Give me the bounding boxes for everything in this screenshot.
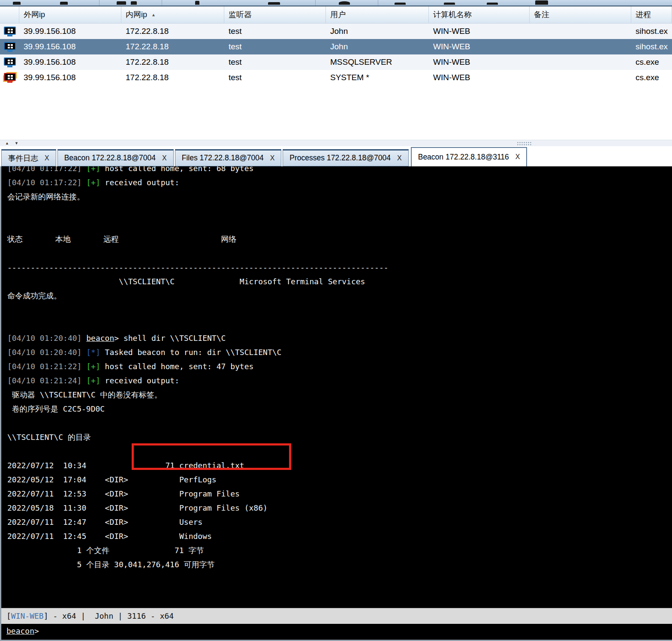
column-header-icon[interactable] <box>0 6 19 23</box>
console-text-segment: [+] <box>86 376 100 385</box>
console-text-segment: 卷的序列号是 C2C5-9D0C <box>7 404 105 413</box>
session-row[interactable]: 39.99.156.108172.22.8.18testJohnWIN-WEBs… <box>0 24 672 39</box>
toolbar-icon-fragment[interactable] <box>395 3 406 5</box>
console-text-segment: beacon <box>86 334 114 343</box>
cell-note <box>530 39 631 54</box>
tab-close-icon[interactable]: X <box>162 154 167 162</box>
console-text-segment: 2022/05/18 11:30 <DIR> Program Files (x8… <box>7 503 268 512</box>
column-header-listener[interactable]: 监听器 <box>224 6 326 23</box>
console-text-segment: ----------------------------------------… <box>7 263 389 272</box>
column-label: 监听器 <box>229 10 252 19</box>
table-header: 外网ip内网ip▲监听器用户计算机名称备注进程 <box>0 6 672 24</box>
tab--[interactable]: 事件日志X <box>1 149 56 166</box>
cell-listener: test <box>224 24 326 39</box>
column-header-user[interactable]: 用户 <box>326 6 429 23</box>
column-header-computer[interactable]: 计算机名称 <box>429 6 530 23</box>
console-text-segment: Tasked beacon to run: dir \\TSCLIENT\C <box>100 348 282 357</box>
tab-close-icon[interactable]: X <box>397 154 402 162</box>
beacon-prompt[interactable]: beacon> <box>1 624 672 640</box>
column-label: 计算机名称 <box>433 10 472 19</box>
console-text-segment: 驱动器 \\TSCLIENT\C 中的卷没有标签。 <box>7 390 162 399</box>
toolbar-separator <box>99 0 99 6</box>
splitter-down-icon[interactable]: ▼ <box>15 141 18 145</box>
console-text-segment: 状态 本地 远程 网络 <box>7 235 236 244</box>
column-label: 进程 <box>636 10 651 19</box>
console-line: 会记录新的网络连接。 <box>7 190 672 204</box>
toolbar-icon-fragment[interactable] <box>339 1 350 5</box>
cell-note <box>530 70 631 85</box>
toolbar-icon-fragment[interactable] <box>195 1 199 5</box>
console-text-segment: \\TSCLIENT\C Microsoft Terminal Services <box>7 277 365 286</box>
console-text-segment: \\TSCLIENT\C 的目录 <box>7 433 91 442</box>
session-row[interactable]: 39.99.156.108172.22.8.18testSYSTEM *WIN-… <box>0 70 672 85</box>
beacon-monitor-icon <box>4 57 16 66</box>
cell-icon <box>0 39 19 54</box>
column-header-external_ip[interactable]: 外网ip <box>19 6 121 23</box>
console-line <box>7 218 672 232</box>
console-line: 命令成功完成。 <box>7 289 672 303</box>
tab-close-icon[interactable]: X <box>515 153 520 161</box>
cell-computer: WIN-WEB <box>429 39 530 54</box>
cell-process: sihost.ex <box>631 39 672 54</box>
cell-internal_ip: 172.22.8.18 <box>121 70 224 85</box>
toolbar-icon-fragment[interactable] <box>131 1 137 5</box>
column-label: 外网ip <box>24 10 45 19</box>
tab-close-icon[interactable]: X <box>270 154 275 162</box>
console-line <box>7 317 672 331</box>
tab-beacon-172-22-8-18-3116[interactable]: Beacon 172.22.8.18@3116X <box>411 147 527 166</box>
console-line: \\TSCLIENT\C Microsoft Terminal Services <box>7 274 672 289</box>
toolbar-icon-fragment[interactable] <box>117 1 126 5</box>
toolbar-icon-fragment[interactable] <box>60 2 68 5</box>
console-text-segment: [+] <box>86 166 100 173</box>
toolbar <box>0 0 672 6</box>
column-header-internal_ip[interactable]: 内网ip▲ <box>121 6 224 23</box>
cell-listener: test <box>224 70 326 85</box>
console-line: [04/10 01:17:22] [+] host called home, s… <box>7 166 672 175</box>
console-line: 卷的序列号是 C2C5-9D0C <box>7 402 672 416</box>
toolbar-icon-fragment[interactable] <box>487 3 498 5</box>
console-text-segment: [ <box>6 611 11 620</box>
session-row[interactable]: 39.99.156.108172.22.8.18testJohnWIN-WEBs… <box>0 39 672 54</box>
console-text-segment: [+] <box>86 362 100 371</box>
console-text-segment: [04/10 01:21:22] <box>7 362 86 371</box>
tab-beacon-172-22-8-18-7004[interactable]: Beacon 172.22.8.18@7004X <box>57 149 174 166</box>
console-text-segment: [04/10 01:17:22] <box>7 178 86 187</box>
console-line: [04/10 01:21:22] [+] host called home, s… <box>7 359 672 373</box>
toolbar-icon-fragment[interactable] <box>444 3 455 5</box>
tab-label: Files 172.22.8.18@7004 <box>182 153 264 163</box>
console-text-segment: 2022/07/11 12:53 <DIR> Program Files <box>7 489 240 498</box>
toolbar-icon-fragment[interactable] <box>535 0 548 5</box>
column-header-note[interactable]: 备注 <box>530 6 631 23</box>
cell-icon <box>0 54 19 70</box>
table-empty-area <box>0 85 672 140</box>
cell-external_ip: 39.99.156.108 <box>19 24 121 39</box>
cell-user: John <box>326 39 429 54</box>
toolbar-icon-fragment[interactable] <box>268 2 280 5</box>
console-line <box>7 246 672 260</box>
tab-label: Beacon 172.22.8.18@7004 <box>64 153 156 163</box>
session-row[interactable]: 39.99.156.108172.22.8.18testMSSQLSERVERW… <box>0 54 672 70</box>
console-text-segment: received output: <box>100 376 179 385</box>
splitter-grip-icon[interactable] <box>517 141 532 145</box>
console-text-segment: [04/10 01:21:24] <box>7 376 86 385</box>
console-line: 状态 本地 远程 网络 <box>7 232 672 246</box>
tab-processes-172-22-8-18-7004[interactable]: Processes 172.22.8.18@7004X <box>283 149 408 166</box>
tab-close-icon[interactable]: X <box>45 154 49 162</box>
splitter-up-icon[interactable]: ▲ <box>5 141 9 145</box>
beacon-monitor-icon <box>4 27 16 35</box>
splitter[interactable]: ▲ ▼ <box>0 140 672 146</box>
console-line: \\TSCLIENT\C 的目录 <box>7 430 672 444</box>
toolbar-icon-fragment[interactable] <box>13 2 21 5</box>
cell-process: sihost.ex <box>631 24 672 39</box>
column-header-process[interactable]: 进程 <box>631 6 672 23</box>
console-text-segment: 2022/07/11 12:47 <DIR> Users <box>7 518 202 527</box>
table-body: 39.99.156.108172.22.8.18testJohnWIN-WEBs… <box>0 24 672 85</box>
cell-internal_ip: 172.22.8.18 <box>121 54 224 70</box>
tab-files-172-22-8-18-7004[interactable]: Files 172.22.8.18@7004X <box>175 149 282 166</box>
cell-external_ip: 39.99.156.108 <box>19 54 121 70</box>
console-output[interactable]: [04/10 01:17:22] [+] host called home, s… <box>0 166 672 641</box>
cell-listener: test <box>224 39 326 54</box>
cell-internal_ip: 172.22.8.18 <box>121 24 224 39</box>
cell-internal_ip: 172.22.8.18 <box>121 39 224 54</box>
console-line: 2022/07/11 12:47 <DIR> Users <box>7 515 672 529</box>
